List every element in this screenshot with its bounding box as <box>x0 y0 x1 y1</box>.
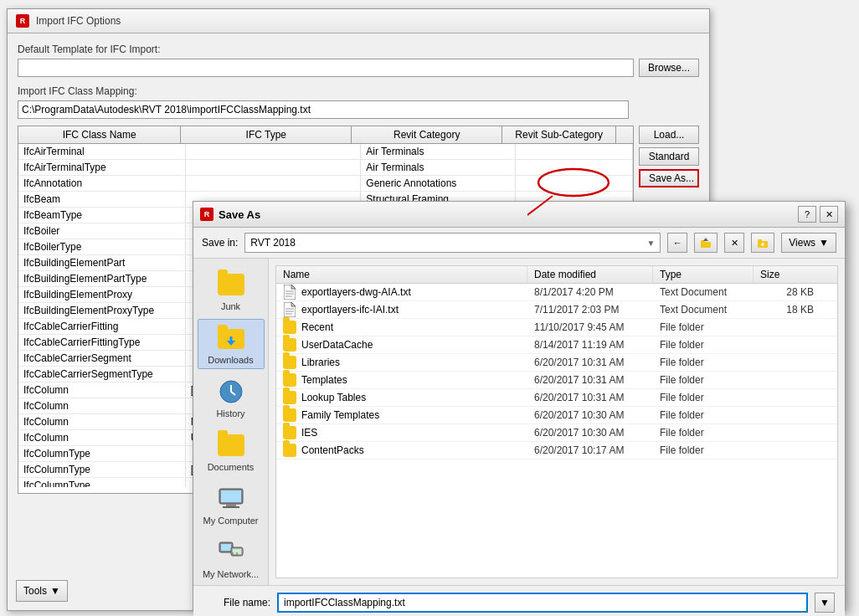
file-name: ContentPacks <box>301 444 364 456</box>
file-item[interactable]: ContentPacks 6/20/2017 10:17 AM File fol… <box>276 442 837 459</box>
document-icon <box>284 302 296 317</box>
td-revit-sub <box>516 176 633 191</box>
file-name: Lookup Tables <box>301 392 366 403</box>
sidebar-label: My Network... <box>203 569 259 579</box>
sidebar-label: My Computer <box>203 516 258 526</box>
sidebar-item-documents[interactable]: Documents <box>198 426 265 476</box>
save-in-combo[interactable]: RVT 2018 ▼ <box>244 233 661 253</box>
sidebar-label: History <box>216 408 244 418</box>
td-ifc-name: IfcBeamType <box>18 208 186 223</box>
th-revit-subcategory: Revit Sub-Category <box>502 126 616 143</box>
file-item[interactable]: Family Templates 6/20/2017 10:30 AM File… <box>276 407 837 424</box>
file-icon-cell: Templates <box>276 373 527 387</box>
folder-icon <box>283 408 296 422</box>
file-name: Templates <box>301 374 347 386</box>
back-button[interactable]: ← <box>667 233 687 253</box>
td-ifc-name: IfcBeam <box>18 192 186 207</box>
sidebar-label: Documents <box>208 462 255 472</box>
standard-button[interactable]: Standard <box>639 147 699 166</box>
td-ifc-name: IfcBuildingElementProxy <box>18 287 186 302</box>
file-list: Name Date modified Type Size exportlayer… <box>275 265 838 578</box>
file-item[interactable]: exportlayers-ifc-IAI.txt 7/11/2017 2:03 … <box>276 301 837 319</box>
file-type: File folder <box>653 321 754 333</box>
file-icon <box>283 426 296 439</box>
file-icon <box>283 356 296 369</box>
fl-th-date[interactable]: Date modified <box>527 266 653 283</box>
td-ifc-name: IfcAirTerminalType <box>18 160 186 175</box>
folder-up-icon <box>700 237 712 249</box>
table-row[interactable]: IfcAirTerminalType Air Terminals <box>18 160 633 176</box>
file-item[interactable]: Recent 11/10/2017 9:45 AM File folder <box>276 319 837 336</box>
table-row[interactable]: IfcAnnotation Generic Annotations <box>18 176 633 192</box>
close-button[interactable]: ✕ <box>820 206 838 223</box>
sidebar-icon <box>216 270 246 300</box>
file-item[interactable]: Lookup Tables 6/20/2017 10:31 AM File fo… <box>276 389 837 407</box>
file-item[interactable]: UserDataCache 8/14/2017 11:19 AM File fo… <box>276 336 837 354</box>
fl-th-type[interactable]: Type <box>653 266 754 283</box>
tools-button[interactable]: Tools ▼ <box>16 580 68 602</box>
file-date: 8/1/2017 4:20 PM <box>527 286 653 298</box>
td-ifc-type <box>186 160 362 175</box>
sidebar-item-junk[interactable]: Junk <box>198 265 265 316</box>
file-icon-cell: IES <box>276 426 527 439</box>
sidebar-item-downloads[interactable]: Downloads <box>198 319 265 369</box>
sidebar-item-history[interactable]: History <box>198 372 265 423</box>
td-ifc-name: IfcBuildingElementPart <box>18 255 186 270</box>
mapping-path-input[interactable]: C:\ProgramData\Autodesk\RVT 2018\importI… <box>18 100 629 119</box>
sidebar-item-mycomputer[interactable]: My Computer <box>198 480 265 530</box>
downloads-folder-icon <box>218 327 244 349</box>
file-item[interactable]: exportlayers-dwg-AIA.txt 8/1/2017 4:20 P… <box>276 284 837 301</box>
file-date: 7/11/2017 2:03 PM <box>527 304 653 316</box>
delete-button[interactable]: ✕ <box>724 233 744 253</box>
file-item[interactable]: IES 6/20/2017 10:30 AM File folder <box>276 424 837 442</box>
main-dialog-title: Import IFC Options <box>36 15 121 27</box>
browse-button[interactable]: Browse... <box>639 59 699 77</box>
help-button[interactable]: ? <box>798 206 816 223</box>
file-icon-cell: Family Templates <box>276 408 527 422</box>
save-dialog-revit-icon: R <box>200 208 213 221</box>
up-folder-button[interactable] <box>694 233 718 253</box>
td-ifc-name: IfcColumn <box>18 414 186 429</box>
td-ifc-name: IfcCableCarrierFittingType <box>18 335 186 350</box>
svg-rect-2 <box>701 242 711 248</box>
file-type: Text Document <box>653 286 754 298</box>
table-row[interactable]: IfcAirTerminal Air Terminals <box>18 144 633 160</box>
file-item[interactable]: Libraries 6/20/2017 10:31 AM File folder <box>276 354 837 372</box>
filename-dropdown-btn[interactable]: ▼ <box>815 593 835 613</box>
file-date: 6/20/2017 10:31 AM <box>527 392 653 403</box>
combo-arrow-icon: ▼ <box>646 239 655 248</box>
file-icon <box>283 303 296 316</box>
file-icon <box>283 391 296 404</box>
file-date: 8/14/2017 11:19 AM <box>527 339 653 351</box>
td-ifc-name: IfcColumnType <box>18 446 186 461</box>
new-folder-button[interactable] <box>751 233 774 253</box>
sidebar-icon <box>216 323 246 353</box>
sidebar-item-mynetwork...[interactable]: My Network... <box>198 533 265 583</box>
new-folder-icon <box>757 237 769 249</box>
sidebar-icon <box>216 430 246 460</box>
th-scroll-spacer <box>616 126 633 143</box>
svg-rect-11 <box>221 490 241 502</box>
file-name-input[interactable]: importIFCClassMapping.txt <box>277 593 808 613</box>
file-date: 6/20/2017 10:17 AM <box>527 444 653 456</box>
svg-rect-12 <box>226 504 236 506</box>
file-type: File folder <box>653 339 754 351</box>
td-ifc-name: IfcCableCarrierFitting <box>18 319 186 334</box>
save-as-button[interactable]: Save As... <box>639 169 699 187</box>
save-toolbar: Save in: RVT 2018 ▼ ← ✕ Views ▼ <box>193 228 845 259</box>
folder-icon <box>283 356 296 369</box>
views-button[interactable]: Views ▼ <box>781 233 836 253</box>
folder-icon <box>283 373 296 387</box>
td-ifc-name: IfcBuildingElementPartType <box>18 271 186 286</box>
td-ifc-name: IfcColumn <box>18 398 186 413</box>
computer-icon <box>218 487 244 511</box>
file-name: Family Templates <box>301 409 379 421</box>
file-date: 6/20/2017 10:30 AM <box>527 409 653 421</box>
fl-th-name[interactable]: Name <box>276 266 527 283</box>
template-input[interactable] <box>18 59 634 77</box>
file-type: File folder <box>653 427 754 439</box>
fl-th-size[interactable]: Size <box>754 266 820 283</box>
file-type: File folder <box>653 409 754 421</box>
load-button[interactable]: Load... <box>639 126 699 144</box>
file-item[interactable]: Templates 6/20/2017 10:31 AM File folder <box>276 372 837 389</box>
